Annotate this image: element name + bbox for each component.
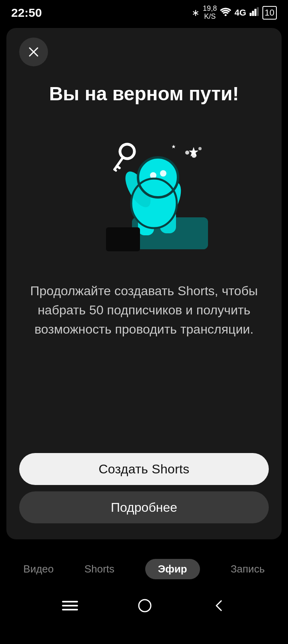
- svg-rect-4: [257, 7, 259, 16]
- close-button[interactable]: [19, 38, 48, 66]
- nav-label-shorts: Shorts: [84, 563, 114, 575]
- battery-indicator: 10: [262, 6, 277, 20]
- main-card: Вы на верном пути!: [6, 28, 282, 539]
- home-button[interactable]: [138, 598, 152, 613]
- nav-item-efir[interactable]: Эфир: [145, 559, 200, 579]
- signal-icon: 4G: [234, 8, 246, 18]
- buttons-section: Создать Shorts Подробнее: [19, 453, 269, 523]
- signal-bars-icon: [250, 7, 259, 18]
- nav-label-record: Запись: [230, 563, 264, 575]
- svg-rect-3: [254, 9, 256, 16]
- svg-rect-2: [252, 11, 254, 16]
- status-icons: ∗ 19,8K/S 4G 10: [192, 5, 277, 21]
- svg-point-33: [139, 600, 151, 612]
- description-text: Продолжайте создавать Shorts, чтобы набр…: [19, 281, 269, 339]
- system-nav: [0, 591, 288, 623]
- wifi-icon: [220, 7, 231, 18]
- svg-rect-30: [62, 601, 78, 602]
- menu-button[interactable]: [62, 599, 78, 612]
- back-button[interactable]: [212, 599, 226, 612]
- svg-point-20: [117, 141, 137, 161]
- svg-point-28: [185, 151, 189, 155]
- bottom-nav: Видео Shorts Эфир Запись: [0, 543, 288, 591]
- bluetooth-icon: ∗: [192, 7, 200, 18]
- svg-point-17: [160, 170, 166, 177]
- svg-rect-32: [62, 609, 78, 610]
- status-time: 22:50: [11, 6, 42, 20]
- illustration: [76, 125, 212, 261]
- nav-item-video[interactable]: Видео: [23, 563, 54, 575]
- nav-item-shorts[interactable]: Shorts: [84, 563, 114, 575]
- create-shorts-button[interactable]: Создать Shorts: [19, 453, 269, 485]
- svg-rect-31: [62, 605, 78, 606]
- learn-more-button[interactable]: Подробнее: [19, 491, 269, 523]
- svg-point-0: [225, 14, 227, 16]
- svg-marker-25: [172, 145, 176, 148]
- status-bar: 22:50 ∗ 19,8K/S 4G 10: [0, 0, 288, 24]
- speed-indicator: 19,8K/S: [203, 5, 217, 21]
- svg-point-26: [192, 153, 196, 158]
- nav-label-efir: Эфир: [158, 563, 187, 575]
- nav-item-record[interactable]: Запись: [230, 563, 264, 575]
- svg-rect-29: [106, 227, 140, 251]
- page-title: Вы на верном пути!: [49, 82, 239, 105]
- svg-rect-1: [250, 13, 252, 16]
- svg-point-27: [198, 147, 202, 150]
- nav-label-video: Видео: [23, 563, 54, 575]
